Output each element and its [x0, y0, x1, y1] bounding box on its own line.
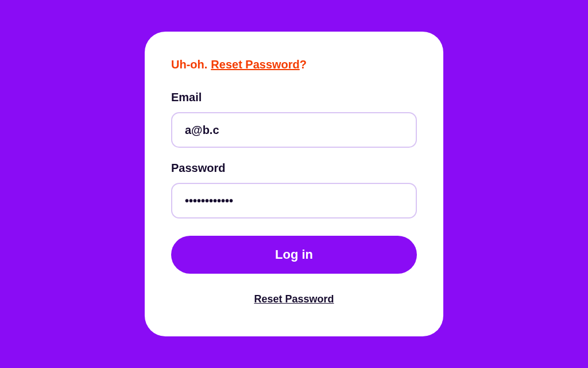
error-reset-link[interactable]: Reset Password	[211, 58, 300, 71]
email-label: Email	[171, 91, 417, 104]
login-button[interactable]: Log in	[171, 236, 417, 274]
login-card: Uh-oh. Reset Password? Email Password Lo…	[145, 32, 443, 336]
password-label: Password	[171, 162, 417, 175]
error-prefix: Uh-oh.	[171, 58, 207, 71]
email-field[interactable]	[171, 112, 417, 148]
error-suffix: ?	[300, 58, 307, 71]
error-message: Uh-oh. Reset Password?	[171, 58, 417, 71]
password-field[interactable]	[171, 183, 417, 218]
reset-password-link[interactable]: Reset Password	[171, 293, 417, 305]
